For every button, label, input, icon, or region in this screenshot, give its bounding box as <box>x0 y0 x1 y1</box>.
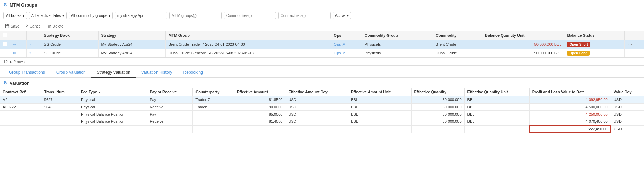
val-trans-num: 9648 <box>41 104 78 111</box>
val-contract-ref <box>0 118 41 126</box>
tab-valuation-history[interactable]: Valuation History <box>136 67 178 78</box>
val-eff-amount: 85.0000 <box>234 111 285 118</box>
col-trans-num: Trans. Num <box>41 88 78 96</box>
row-expand-cell: » <box>27 49 41 57</box>
val-eff-ccy: USD <box>285 111 348 118</box>
effective-dates-filter[interactable]: All effective dates ▾ <box>29 12 67 19</box>
valuation-title-text: Valuation <box>10 81 30 86</box>
actions-bar: 💾 Save ✕ Cancel 🗑 Delete <box>0 21 644 31</box>
row-edit-cell: ✏ <box>10 40 27 49</box>
row-strategy: My Strategy Apr24 <box>98 49 165 57</box>
row-checkbox[interactable] <box>3 51 7 55</box>
row-ops[interactable]: Ops ↗ <box>331 49 362 57</box>
val-eff-unit: BBL <box>348 118 411 126</box>
val-contract-ref: A2 <box>0 96 41 104</box>
header-more-icon[interactable]: ⋮ <box>636 2 641 8</box>
val-counterparty <box>193 111 234 118</box>
val-trans-num <box>41 111 78 118</box>
row-balance-qty-unit: -50,000.000 BBL <box>482 40 564 49</box>
col-strategy: Strategy <box>98 31 165 40</box>
val-eff-qty-unit: BBL <box>464 96 529 104</box>
total-empty-6 <box>234 125 285 133</box>
tab-strategy-valuation[interactable]: Strategy Valuation <box>91 67 136 78</box>
row-strategy: My Strategy Apr24 <box>98 40 165 49</box>
row-expand-cell: » <box>27 40 41 49</box>
row-commodity: Dubai Crude <box>433 49 482 57</box>
delete-button[interactable]: 🗑 Delete <box>46 23 65 29</box>
row-commodity-group: Physicals <box>362 49 433 57</box>
val-eff-qty: 50,000.000 <box>411 111 464 118</box>
header-refresh-icon[interactable]: ↻ <box>3 2 8 8</box>
top-table-container: Strategy Book Strategy MTM Group Ops Com… <box>0 31 644 58</box>
books-chevron-icon: ▾ <box>23 14 24 18</box>
commodity-chevron-icon: ▾ <box>109 14 110 18</box>
commodity-groups-filter[interactable]: All commodity groups ▾ <box>69 12 113 19</box>
ops-link[interactable]: Ops ↗ <box>334 42 345 46</box>
tab-rebooking[interactable]: Rebooking <box>178 67 209 78</box>
val-ccy: USD <box>611 118 644 126</box>
val-contract-ref <box>0 111 41 118</box>
row-checkbox-cell <box>0 49 10 57</box>
edit-icon[interactable]: ✏ <box>13 42 16 46</box>
filters-bar: All books ▾ All effective dates ▾ All co… <box>0 10 644 21</box>
row-more[interactable]: ⋯ <box>624 49 644 57</box>
val-trans-num: 9627 <box>41 96 78 104</box>
col-eff-qty: Effective Quantity <box>411 88 464 96</box>
app-title: MTM Groups <box>10 2 37 8</box>
edit-icon[interactable]: ✏ <box>13 51 16 55</box>
tab-group-transactions[interactable]: Group Transactions <box>3 67 51 78</box>
total-empty-5 <box>193 125 234 133</box>
table-row[interactable]: ✏ » SG Crude My Strategy Apr24 Brent Cru… <box>0 40 644 49</box>
strategy-filter[interactable] <box>115 12 167 19</box>
valuation-refresh-icon[interactable]: ↻ <box>3 80 8 86</box>
col-commodity-group: Commodity Group <box>362 31 433 40</box>
val-pnl: 4,070,400.00 <box>529 118 611 126</box>
total-pnl: 227,450.00 <box>529 125 611 133</box>
row-ops[interactable]: Ops ↗ <box>331 40 362 49</box>
bottom-table-container: Contract Ref. Trans. Num Fee Type ▲ Pay … <box>0 88 644 133</box>
valuation-row: Physical Balance Position Pay 85.0000 US… <box>0 111 644 118</box>
table-row[interactable]: ✏ » SG Crude My Strategy Apr24 Dubai Cru… <box>0 49 644 57</box>
val-ccy: USD <box>611 104 644 111</box>
val-fee-type: Physical Balance Position <box>78 111 147 118</box>
expand-icon[interactable]: » <box>29 51 31 55</box>
tab-group-valuation[interactable]: Group Valuation <box>51 67 91 78</box>
expand-icon[interactable]: » <box>29 42 31 46</box>
row-checkbox[interactable] <box>3 42 7 46</box>
commodities-filter[interactable] <box>224 12 276 19</box>
save-icon: 💾 <box>5 24 10 28</box>
row-more[interactable]: ⋯ <box>624 40 644 49</box>
app-header: ↻ MTM Groups ⋮ <box>0 0 644 10</box>
row-more-icon[interactable]: ⋯ <box>627 42 632 47</box>
col-eff-amount-ccy: Effective Amount Ccy <box>285 88 348 96</box>
mtm-groups-filter[interactable] <box>169 12 222 19</box>
cancel-button[interactable]: ✕ Cancel <box>24 23 43 29</box>
total-empty-9 <box>411 125 464 133</box>
val-eff-qty-unit: BBL <box>464 118 529 126</box>
rows-count: 12 <box>3 60 8 64</box>
row-more-icon[interactable]: ⋯ <box>627 50 632 56</box>
row-strategy-book: SG Crude <box>41 49 98 57</box>
valuation-row: A00222 9648 Physical Receive Trader 1 90… <box>0 104 644 111</box>
status-chevron-icon: ▾ <box>347 14 349 18</box>
col-strategy-book: Strategy Book <box>41 31 98 40</box>
val-eff-unit: BBL <box>348 111 411 118</box>
status-badge: Open Long <box>567 51 590 56</box>
valuation-more-icon[interactable]: ⋮ <box>636 80 641 86</box>
status-filter[interactable]: Active ▾ <box>333 12 351 19</box>
val-pay-receive: Pay <box>147 96 193 104</box>
total-empty-2 <box>41 125 78 133</box>
save-button[interactable]: 💾 Save <box>3 23 21 29</box>
contract-refs-filter[interactable] <box>278 12 331 19</box>
col-mtm-group: MTM Group <box>165 31 331 40</box>
ops-link[interactable]: Ops ↗ <box>334 51 345 55</box>
val-pnl: -4,250,000.00 <box>529 111 611 118</box>
row-balance-status: Open Long <box>564 49 624 57</box>
row-checkbox-cell <box>0 40 10 49</box>
row-commodity-group: Physicals <box>362 40 433 49</box>
val-counterparty: Trader 1 <box>193 104 234 111</box>
col-actions <box>624 31 644 40</box>
select-all-checkbox[interactable] <box>3 33 7 37</box>
books-filter[interactable]: All books ▾ <box>3 12 27 19</box>
cancel-icon: ✕ <box>26 24 29 28</box>
